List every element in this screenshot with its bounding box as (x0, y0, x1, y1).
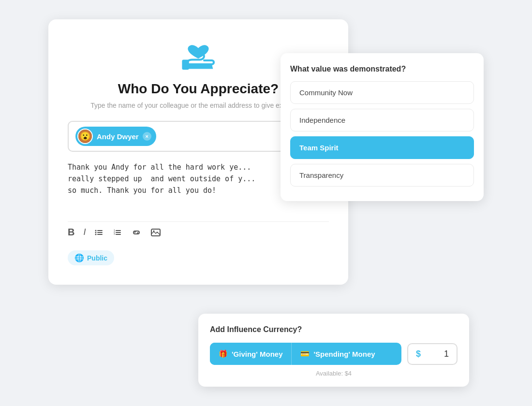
svg-rect-7 (116, 230, 121, 231)
visibility-label: Public (87, 254, 107, 262)
svg-rect-0 (182, 59, 189, 70)
card-icon: 💳 (300, 349, 310, 358)
currency-btn-group: 🎁 'Giving' Money 💳 'Spending' Money (210, 343, 401, 365)
svg-rect-1 (97, 230, 103, 231)
available-balance: Available: $4 (210, 370, 458, 377)
svg-rect-8 (116, 232, 121, 233)
svg-text:3: 3 (114, 232, 115, 235)
avatar-image: 😮 (78, 130, 92, 143)
visibility-badge[interactable]: 🌐 Public (68, 250, 114, 265)
giving-money-button[interactable]: 🎁 'Giving' Money (210, 343, 292, 365)
svg-point-14 (153, 230, 155, 232)
svg-rect-2 (97, 232, 103, 233)
editor-toolbar: B I 123 (68, 221, 329, 243)
bold-button[interactable]: B (68, 227, 74, 238)
svg-point-4 (95, 230, 97, 231)
values-card: What value was demonstrated? Community N… (281, 53, 484, 201)
currency-amount-field: $ (407, 343, 458, 365)
value-option-teamspirit[interactable]: Team Spirit (290, 136, 474, 159)
recipient-name: Andy Dwyer (97, 132, 139, 141)
remove-recipient-button[interactable]: × (143, 132, 151, 141)
value-option-independence[interactable]: Independence (290, 109, 474, 131)
italic-button[interactable]: I (83, 227, 86, 237)
image-button[interactable] (150, 228, 161, 237)
svg-point-6 (95, 233, 97, 235)
recipient-tag: 😮 Andy Dwyer × (75, 127, 156, 146)
svg-rect-9 (116, 234, 121, 235)
currency-card: Add Influence Currency? 🎁 'Giving' Money… (198, 314, 469, 387)
avatar: 😮 (77, 129, 93, 144)
unordered-list-button[interactable] (94, 228, 104, 237)
values-card-title: What value was demonstrated? (290, 65, 474, 73)
svg-point-5 (95, 232, 97, 233)
currency-input[interactable] (425, 349, 449, 359)
globe-icon: 🌐 (74, 253, 84, 262)
value-option-community[interactable]: Community Now (290, 81, 474, 104)
gift-icon: 🎁 (219, 349, 228, 358)
currency-controls: 🎁 'Giving' Money 💳 'Spending' Money $ (210, 343, 458, 365)
ordered-list-button[interactable]: 123 (113, 228, 122, 237)
currency-card-title: Add Influence Currency? (210, 325, 458, 334)
value-option-transparency[interactable]: Transparency (290, 164, 474, 187)
spending-money-button[interactable]: 💳 'Spending' Money (292, 343, 384, 365)
link-button[interactable] (131, 229, 142, 236)
currency-symbol: $ (416, 349, 421, 359)
svg-rect-3 (97, 234, 103, 235)
